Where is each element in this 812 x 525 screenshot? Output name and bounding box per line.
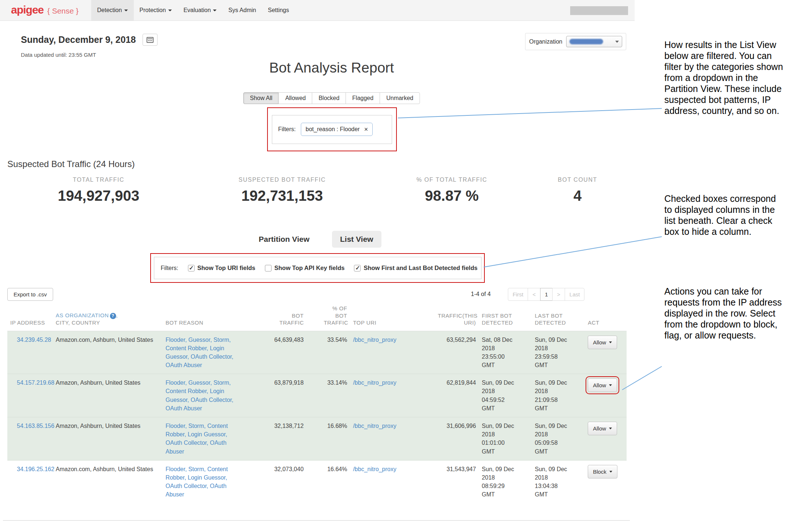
col-header-bot-reason: BOT REASON (163, 305, 248, 331)
bot-reason-link[interactable]: Storm, (214, 380, 231, 386)
checkbox-item-first-last-detected[interactable]: Show First and Last Bot Detected fields (354, 265, 477, 271)
action-dropdown-highlighted[interactable]: Allow (588, 378, 617, 392)
filters-label: Filters: (278, 126, 296, 133)
table-row: 34.239.45.28 Amazon.com, Ashburn, United… (7, 331, 627, 374)
callout-line-filter (398, 108, 662, 118)
top-uri-link[interactable]: /bbc_nitro_proxy (353, 337, 396, 343)
top-uri-link[interactable]: /bbc_nitro_proxy (353, 380, 396, 386)
pct-bot-traffic-cell: 16.68% (307, 417, 350, 461)
callout-line-checkboxes (484, 237, 662, 267)
remove-filter-icon[interactable]: × (364, 126, 368, 133)
bot-reason-link[interactable]: OAuth Abuser (166, 405, 202, 411)
bot-reason-link[interactable]: OAuth Abuser (166, 362, 202, 368)
checkbox-label: Show First and Last Bot Detected fields (363, 265, 477, 271)
report-tabs: Show All Allowed Blocked Flagged Unmarke… (0, 92, 663, 104)
stat-label: % OF TOTAL TRAFFIC (416, 177, 487, 183)
traffic-this-uri-cell: 31,543,947 (422, 460, 479, 503)
action-label: Block (593, 469, 606, 475)
top-api-key-checkbox[interactable] (265, 265, 272, 271)
checkbox-item-top-uri[interactable]: Show Top URI fields (188, 265, 255, 271)
bot-traffic-cell: 32,138,712 (248, 417, 306, 461)
as-organization-cell: Amazon, Ashburn, United States (53, 374, 163, 417)
stat-label: BOT COUNT (558, 177, 597, 183)
bot-reason-link[interactable]: Flooder, (166, 380, 187, 386)
bot-reason-link[interactable]: Login Guessor, (188, 431, 227, 437)
nav-item-sys-admin[interactable]: Sys Admin (222, 0, 262, 21)
tab-flagged[interactable]: Flagged (346, 92, 380, 104)
ip-address-link[interactable]: 54.157.219.68 (17, 380, 54, 386)
stat-label: SUSPECTED BOT TRAFFIC (239, 177, 326, 183)
ip-address-link[interactable]: 34.196.25.162 (17, 466, 54, 472)
action-label: Allow (593, 382, 606, 388)
top-uri-checkbox[interactable] (188, 265, 195, 271)
annotation-box-list-filters: Filters: Show Top URI fields Show Top AP… (150, 253, 485, 283)
pagination-page-1-button[interactable]: 1 (540, 288, 553, 301)
pagination-prev-button[interactable]: < (528, 288, 540, 301)
pagination-range: 1-4 of 4 (471, 291, 491, 297)
tab-show-all[interactable]: Show All (243, 92, 279, 104)
bot-reason-link[interactable]: Flooder, (166, 466, 187, 472)
pagination-first-button[interactable]: First (508, 288, 528, 301)
bot-reason-link[interactable]: OAuth Collector, (191, 397, 233, 403)
organization-value-redacted (569, 39, 603, 44)
col-header-pct-bot-traffic: % OF BOT TRAFFIC (307, 305, 350, 331)
as-organization-cell: Amazon.com, Ashburn, United States (53, 331, 163, 374)
calendar-icon (147, 37, 154, 43)
bot-reason-link[interactable]: Storm, (214, 337, 231, 343)
table-row: 54.163.85.156 Amazon, Ashburn, United St… (7, 417, 627, 461)
top-uri-link[interactable]: /bbc_nitro_proxy (353, 466, 396, 472)
bot-reason-link[interactable]: Flooder, (166, 423, 187, 429)
bot-reason-link[interactable]: OAuth Collector, (166, 483, 208, 489)
city-country-header: CITY, COUNTRY (56, 319, 160, 326)
pagination-last-button[interactable]: Last (565, 288, 584, 301)
organization-selector: Organization (525, 33, 626, 50)
filter-chip[interactable]: bot_reason : Flooder × (301, 123, 373, 136)
bot-reason-link[interactable]: Guessor, (188, 337, 212, 343)
stat-suspected-bot-traffic: SUSPECTED BOT TRAFFIC 192,731,153 (239, 177, 326, 204)
ip-address-link[interactable]: 54.163.85.156 (17, 423, 54, 429)
col-header-act: ACT (585, 305, 627, 331)
checkbox-item-top-api-key[interactable]: Show Top API Key fields (265, 265, 345, 271)
nav-item-settings[interactable]: Settings (262, 0, 295, 21)
top-uri-link[interactable]: /bbc_nitro_proxy (353, 423, 396, 429)
as-organization-header-link[interactable]: AS ORGANIZATION (56, 312, 109, 318)
table-header-row: IP ADDRESS AS ORGANIZATION?, CITY, COUNT… (7, 305, 627, 331)
tab-partition-view[interactable]: Partition View (259, 235, 309, 244)
export-csv-button[interactable]: Export to .csv (7, 288, 53, 301)
stat-value: 192,731,153 (239, 188, 326, 204)
bot-list-table: IP ADDRESS AS ORGANIZATION?, CITY, COUNT… (7, 305, 627, 503)
nav-item-label: Detection (97, 7, 122, 14)
ip-address-link[interactable]: 34.239.45.28 (17, 337, 51, 343)
col-header-top-uri: TOP URI (350, 305, 422, 331)
nav-item-evaluation[interactable]: Evaluation (178, 0, 223, 21)
nav-item-protection[interactable]: Protection (134, 0, 178, 21)
help-icon[interactable]: ? (110, 313, 116, 319)
bot-reason-link[interactable]: Storm, (188, 423, 206, 429)
col-header-text: BOT TRAFFIC (280, 312, 304, 326)
bot-reason-link[interactable]: Guessor, (188, 380, 212, 386)
tab-blocked[interactable]: Blocked (312, 92, 346, 104)
action-dropdown[interactable]: Block (588, 465, 617, 478)
first-last-detected-checkbox[interactable] (354, 265, 361, 271)
annotation-text-checkboxes: Checked boxes correspond to displayed co… (664, 193, 785, 237)
pagination-next-button[interactable]: > (552, 288, 565, 301)
action-dropdown[interactable]: Allow (588, 422, 617, 435)
calendar-button[interactable] (143, 34, 158, 46)
bot-reason-link[interactable]: OAuth Collector, (191, 354, 233, 360)
bot-reason-link[interactable]: Storm, (188, 466, 206, 472)
bot-reason-link[interactable]: Flooder, (166, 337, 187, 343)
tab-unmarked[interactable]: Unmarked (380, 92, 420, 104)
tab-list-view[interactable]: List View (332, 231, 381, 248)
nav-item-label: Protection (140, 7, 166, 14)
col-header-text: TRAFFIC(THIS URI) (438, 312, 476, 326)
organization-dropdown[interactable] (566, 36, 622, 47)
nav-item-detection[interactable]: Detection (91, 0, 134, 21)
bot-reason-link[interactable]: Content Robber, (166, 345, 208, 351)
tab-allowed[interactable]: Allowed (278, 92, 312, 104)
bot-reason-link[interactable]: Login Guessor, (188, 474, 227, 481)
action-dropdown[interactable]: Allow (588, 336, 617, 349)
stat-label: TOTAL TRAFFIC (58, 177, 139, 183)
first-bot-detected-cell: Sun, 09 Dec 2018 08:59:29 GMT (482, 465, 516, 499)
bot-reason-link[interactable]: OAuth Collector, (166, 440, 208, 446)
bot-reason-link[interactable]: Content Robber, (166, 388, 208, 394)
